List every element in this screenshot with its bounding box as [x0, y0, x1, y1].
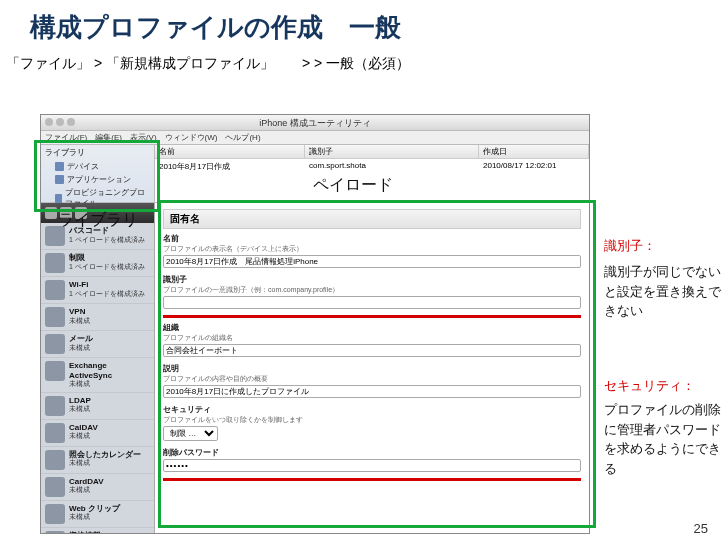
calendar-icon	[45, 450, 65, 470]
webclip-icon	[45, 504, 65, 524]
list-row[interactable]: 2010年8月17日作成 com.sport.shota 2010/08/17 …	[155, 159, 589, 174]
payload-sidebar: パスコード1 ペイロードを構成済み 制限1 ペイロードを構成済み Wi-Fi1 …	[41, 203, 155, 533]
field-name: 名前 プロファイルの表示名（デバイス上に表示）	[163, 233, 581, 268]
library-pane: ライブラリ デバイス アプリケーション プロビジョニングプロファイル 構成プロフ…	[41, 145, 155, 202]
exchange-icon	[45, 361, 65, 381]
payload-callout-label: ペイロード	[313, 175, 393, 196]
note-security-body: プロファイルの削除に管理者パスワードを求めるようにできる	[604, 400, 722, 478]
sidebar-item-caldav[interactable]: CalDAV未構成	[41, 420, 154, 447]
sidebar-item-restrictions[interactable]: 制限1 ペイロードを構成済み	[41, 250, 154, 277]
field-remove-password: 削除パスワード	[163, 447, 581, 481]
name-input[interactable]	[163, 255, 581, 268]
library-callout-label: ライブラリ	[58, 210, 138, 231]
sidebar-item-exchange[interactable]: Exchange ActiveSync未構成	[41, 358, 154, 393]
credentials-icon	[45, 531, 65, 533]
sidebar-item-vpn[interactable]: VPN未構成	[41, 304, 154, 331]
note-security-head: セキュリティ：	[604, 376, 722, 396]
vpn-icon	[45, 307, 65, 327]
general-panel: 固有名 名前 プロファイルの表示名（デバイス上に表示） 識別子 プロファイルの一…	[155, 203, 589, 533]
window-title: iPhone 構成ユーティリティ	[259, 118, 371, 128]
organization-input[interactable]	[163, 344, 581, 357]
description-input[interactable]	[163, 385, 581, 398]
restrictions-icon	[45, 253, 65, 273]
panel-section-title: 固有名	[163, 209, 581, 229]
identifier-input[interactable]	[163, 296, 581, 309]
breadcrumb: 「ファイル」 > 「新規構成プロファイル」 > > 一般（必須）	[0, 51, 728, 77]
field-identifier: 識別子 プロファイルの一意識別子（例：com.company.profile）	[163, 274, 581, 318]
mail-icon	[45, 334, 65, 354]
sidebar-item-wifi[interactable]: Wi-Fi1 ペイロードを構成済み	[41, 277, 154, 304]
col-created[interactable]: 作成日	[479, 145, 589, 158]
sidebar-item-carddav[interactable]: CardDAV未構成	[41, 474, 154, 501]
window-titlebar: iPhone 構成ユーティリティ	[41, 115, 589, 131]
library-item-apps[interactable]: アプリケーション	[41, 173, 154, 186]
wifi-icon	[45, 280, 65, 300]
slide-title: 構成プロファイルの作成 一般	[0, 0, 728, 51]
security-select[interactable]: 制限 …	[163, 426, 218, 441]
library-header: ライブラリ	[41, 145, 154, 160]
menu-file[interactable]: ファイル(F)	[45, 132, 87, 143]
sidebar-item-ldap[interactable]: LDAP未構成	[41, 393, 154, 420]
carddav-icon	[45, 477, 65, 497]
menu-edit[interactable]: 編集(E)	[95, 132, 122, 143]
sidebar-item-subscribed-cal[interactable]: 照会したカレンダー未構成	[41, 447, 154, 474]
field-security: セキュリティ プロファイルをいつ取り除くかを制御します 制限 …	[163, 404, 581, 441]
field-organization: 組織 プロファイルの組織名	[163, 322, 581, 357]
menu-bar[interactable]: ファイル(F) 編集(E) 表示(V) ウィンドウ(W) ヘルプ(H)	[41, 131, 589, 145]
library-item-devices[interactable]: デバイス	[41, 160, 154, 173]
menu-help[interactable]: ヘルプ(H)	[225, 132, 260, 143]
sidebar-item-webclip[interactable]: Web クリップ未構成	[41, 501, 154, 528]
note-identifier-head: 識別子：	[604, 236, 722, 256]
sidebar-item-credentials[interactable]: 資格情報未構成	[41, 528, 154, 533]
menu-view[interactable]: 表示(V)	[130, 132, 157, 143]
menu-window[interactable]: ウィンドウ(W)	[165, 132, 218, 143]
col-id[interactable]: 識別子	[305, 145, 479, 158]
field-description: 説明 プロファイルの内容や目的の概要	[163, 363, 581, 398]
page-number: 25	[694, 521, 708, 536]
col-name[interactable]: 名前	[155, 145, 305, 158]
sidebar-item-mail[interactable]: メール未構成	[41, 331, 154, 358]
remove-password-input[interactable]	[163, 459, 581, 472]
note-identifier-body: 識別子が同じでないと設定を置き換えできない	[604, 262, 722, 321]
caldav-icon	[45, 423, 65, 443]
window-buttons[interactable]	[45, 118, 75, 126]
ldap-icon	[45, 396, 65, 416]
